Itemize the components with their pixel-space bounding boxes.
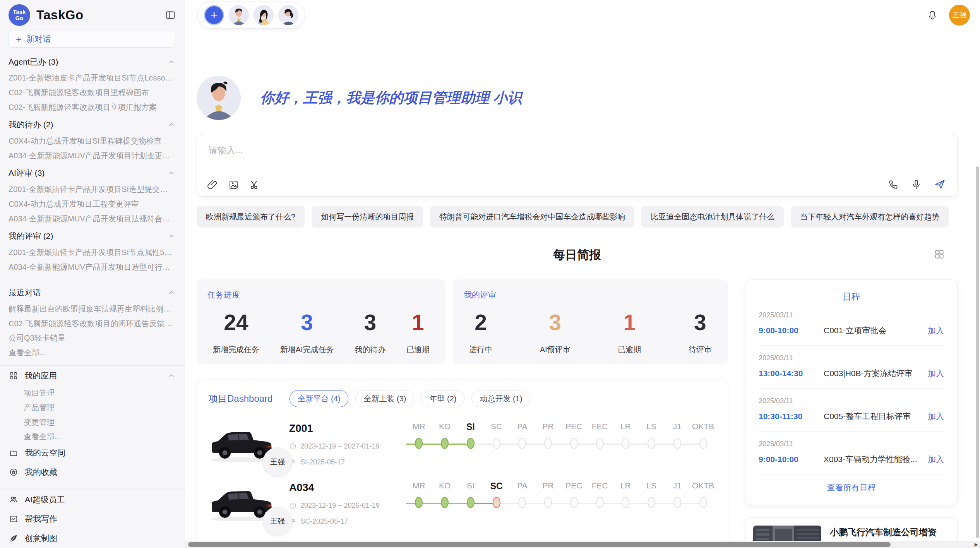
sidebar-item[interactable]: 解释最新出台的欧盟报废车法规再生塑料比例被调至15%...	[9, 301, 175, 315]
section-recent-chats[interactable]: 最近对话	[9, 284, 175, 300]
briefing-header: 每日简报	[197, 245, 958, 265]
milestone-dot	[493, 438, 500, 449]
left-column: 任务进度 24 新增完成任务 3 新增AI完成任务	[197, 279, 728, 548]
layout-grid-icon[interactable]	[934, 249, 944, 259]
milestone-dot	[648, 497, 655, 508]
scissors-icon[interactable]	[250, 180, 260, 190]
attachment-icon[interactable]	[207, 180, 218, 190]
sidebar-item[interactable]: C0X4-动力总成开发项目工程变更评审	[9, 196, 175, 211]
sidebar-item[interactable]: C02-飞腾新能源轻客改款项目立项汇报方案	[9, 99, 175, 114]
sidebar-item[interactable]: Z001-全新燃油皮卡产品开发项目SI节点Lesson Learn报告	[9, 70, 175, 84]
sidebar-item-ai-staff[interactable]: AI超级员工	[9, 490, 175, 509]
new-chat-button[interactable]: + 新对话	[9, 31, 175, 48]
chevron-up-icon[interactable]	[168, 169, 175, 177]
chevron-up-icon[interactable]	[168, 372, 175, 380]
phone-icon[interactable]	[888, 179, 899, 190]
sidebar-item-cloud-space[interactable]: 我的云空间	[9, 443, 175, 462]
briefing-columns: 任务进度 24 新增完成任务 3 新增AI完成任务	[197, 279, 958, 548]
schedule-time: 13:00-14:30	[759, 369, 824, 378]
chevron-up-icon[interactable]	[168, 289, 175, 296]
schedule-name: C005-整车工程目标评审	[824, 411, 922, 422]
project-row-a034: 王强 A034 2023-12-19 ~ 2026-01-19	[209, 481, 716, 526]
chat-input[interactable]: 请输入...	[197, 134, 958, 197]
join-link[interactable]: 加入	[928, 325, 944, 336]
tab-year-model[interactable]: 年型 (2)	[421, 390, 464, 407]
sidebar-item-creative-draw[interactable]: 创意制图	[9, 529, 175, 548]
sidebar-item-favorites[interactable]: 我的收藏	[9, 462, 175, 482]
suggestion-chip[interactable]: 比亚迪全固态电池计划具体说了什么	[641, 206, 784, 228]
stat-label: 进行中	[469, 344, 492, 355]
news-title: 小鹏飞行汽车制造公司增资	[830, 526, 949, 538]
section-my-apps[interactable]: 我的应用	[9, 367, 175, 385]
sidebar-item[interactable]: C02-飞腾新能源轻客改款项目里程碑画布	[9, 84, 175, 99]
sidebar-item[interactable]: A034-全新新能源MUV产品开发项目造型可行性评审	[9, 259, 175, 274]
scrollbar-right-arrow[interactable]: ▶	[975, 542, 978, 547]
milestone-label: PR	[535, 481, 561, 491]
stat-my-todo: 3 我的待办	[355, 310, 385, 355]
milestone-dot	[570, 438, 578, 449]
image-icon[interactable]	[228, 180, 239, 190]
user-avatar[interactable]: 王强	[949, 5, 970, 26]
sidebar-item-view-all[interactable]: 查看全部...	[9, 344, 175, 359]
send-icon[interactable]	[934, 178, 946, 190]
app-item-change-mgmt[interactable]: 变更管理	[9, 414, 175, 429]
section-ai-review[interactable]: AI评审 (3)	[9, 165, 175, 181]
sidebar-item[interactable]: Z001-全新燃油轻卡产品开发项目SI节点属性5D文件评审	[9, 244, 175, 259]
clock-icon	[289, 502, 296, 509]
schedule-date: 2025/03/11	[759, 354, 944, 362]
avatar-member-2[interactable]	[254, 5, 274, 25]
app-item-project-mgmt[interactable]: 项目管理	[9, 385, 175, 399]
app-item-view-all[interactable]: 查看全部...	[9, 428, 175, 443]
section-agent-done[interactable]: Agent已办 (3)	[9, 54, 175, 70]
sidebar-item[interactable]: Z001-全新燃油轻卡产品开发项目SI造型提交物评审	[9, 181, 175, 196]
section-my-review[interactable]: 我的评审 (2)	[9, 228, 175, 244]
join-link[interactable]: 加入	[928, 454, 944, 465]
milestone-dot-done	[467, 497, 475, 508]
suggestion-chip[interactable]: 当下年轻人对汽车外观有怎样的喜好趋势	[791, 206, 949, 228]
milestone-dot	[596, 438, 604, 449]
schedule-date: 2025/03/11	[759, 397, 944, 405]
milestone-dot	[544, 497, 552, 508]
app-item-product-mgmt[interactable]: 产品管理	[9, 399, 175, 414]
flag-text: SC-2025-05-17	[300, 517, 348, 526]
join-link[interactable]: 加入	[928, 411, 944, 422]
card-title: 我的评审	[464, 289, 717, 300]
logo-line1: Task	[13, 9, 26, 15]
section-my-todo[interactable]: 我的待办 (2)	[9, 117, 175, 133]
join-link[interactable]: 加入	[928, 368, 944, 379]
sidebar-item[interactable]: A034-全新新能源MUV产品开发项目计划变更表编写	[9, 147, 175, 162]
avatar-member-3[interactable]	[278, 5, 298, 25]
suggestion-chip[interactable]: 特朗普可能对进口汽车增税会对中国车企造成哪些影响	[430, 206, 634, 228]
milestone-timeline: MR KO SI SC PA PR PEC FEC LR LS	[406, 481, 716, 510]
horizontal-scrollbar-thumb[interactable]	[188, 542, 891, 547]
sidebar-item-help-write[interactable]: 帮我写作	[9, 509, 175, 529]
sidebar-item[interactable]: C02-飞腾新能源轻客改款项目的闭环通告反馈情况	[9, 315, 175, 330]
chevron-up-icon[interactable]	[168, 232, 175, 240]
sidebar-item[interactable]: 公司Q3轻卡销量	[9, 330, 175, 344]
chevron-up-icon[interactable]	[168, 121, 175, 128]
vertical-scrollbar-thumb[interactable]	[976, 166, 979, 538]
divider	[0, 280, 185, 280]
milestone-dot-done	[441, 438, 449, 449]
notification-bell-icon[interactable]	[927, 10, 937, 20]
view-all-schedule-link[interactable]: 查看所有日程	[759, 474, 944, 496]
chevron-up-icon[interactable]	[168, 58, 175, 66]
topbar: + 王强	[185, 0, 980, 30]
tab-new-body[interactable]: 全新上装 (3)	[355, 390, 414, 407]
sidebar-item[interactable]: A034-全新新能源MUV产品开发项目法规符合性评审	[9, 211, 175, 225]
tab-new-platform[interactable]: 全新平台 (4)	[290, 390, 348, 407]
add-member-button[interactable]: +	[204, 5, 224, 25]
schedule-item: 2025/03/11 13:00-14:30 C003|H0B-方案冻结评审 加…	[759, 346, 944, 389]
microphone-icon[interactable]	[911, 179, 922, 190]
milestone-label: LS	[639, 481, 665, 491]
suggestion-chip[interactable]: 欧洲新规最近颁布了什么?	[197, 206, 305, 228]
tab-powertrain[interactable]: 动总开发 (1)	[471, 390, 530, 407]
schedule-item: 2025/03/11 10:30-11:30 C005-整车工程目标评审 加入	[759, 389, 944, 432]
avatar-member-1[interactable]	[229, 5, 249, 25]
sidebar-collapse-icon[interactable]	[165, 10, 175, 20]
milestone-labels: MR KO SI SC PA PR PEC FEC LR LS	[406, 422, 716, 432]
horizontal-scrollbar[interactable]: ▶	[185, 541, 980, 548]
schedule-title: 日程	[759, 291, 944, 303]
suggestion-chip[interactable]: 如何写一份清晰的项目周报	[312, 206, 423, 228]
sidebar-item[interactable]: C0X4-动力总成开发项目SI里程碑提交物检查	[9, 133, 175, 147]
